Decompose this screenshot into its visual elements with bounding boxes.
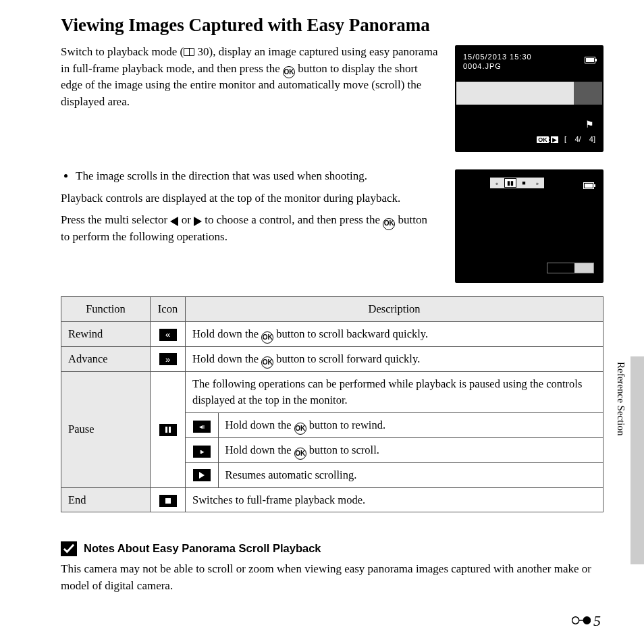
svg-point-0 [572, 617, 579, 624]
intro-paragraph: Switch to playback mode ( 30), display a… [61, 44, 439, 152]
reference-section-icon [572, 610, 591, 632]
notes-heading: Notes About Easy Panorama Scroll Playbac… [84, 541, 321, 557]
pause-intro: The following operations can be performe… [186, 372, 603, 412]
desc-advance: Hold down the OK button to scroll forwar… [186, 346, 603, 371]
play-icon [193, 469, 211, 481]
advance-icon [159, 353, 177, 365]
note-check-icon [61, 541, 77, 556]
frame-total: 4] [589, 135, 595, 143]
table-header-description: Description [186, 297, 603, 322]
panorama-thumbnail [456, 82, 602, 105]
table-header-icon: Icon [151, 297, 186, 322]
screen-filename: 0004.JPG [463, 61, 532, 71]
stop-control-icon: ■ [518, 178, 530, 188]
battery-icon [583, 182, 594, 189]
fn-end: End [61, 487, 151, 512]
paragraph: Playback controls are displayed at the t… [61, 190, 439, 207]
panorama-flag-icon: ⚑ [585, 118, 594, 132]
step-forward-icon [193, 446, 211, 458]
left-arrow-icon [170, 217, 178, 226]
pause-control-icon: ▮▮ [504, 178, 516, 188]
ok-button-icon: OK [294, 423, 306, 435]
pause-icon [159, 424, 177, 436]
playback-control-bar: « ▮▮ ■ » [490, 178, 544, 188]
svg-point-1 [583, 617, 590, 624]
paragraph: Press the multi selector or to choose a … [61, 212, 439, 245]
bullet-item: The image scrolls in the direction that … [76, 168, 439, 185]
rewind-control-icon: « [491, 178, 503, 188]
controls-table: Function Icon Description Rewind Hold do… [61, 296, 603, 512]
bullet-list: The image scrolls in the direction that … [61, 168, 439, 185]
ok-button-icon: OK [261, 331, 273, 344]
stop-icon [159, 495, 177, 507]
manual-page-icon [184, 48, 194, 56]
screen-date: 15/05/2013 15:30 [463, 52, 532, 61]
ok-button-icon: OK [261, 356, 273, 369]
forward-control-icon: » [531, 178, 543, 188]
ok-badge: OK [537, 136, 549, 143]
battery-icon [585, 57, 595, 63]
section-side-label: Reference Section [613, 362, 628, 436]
play-badge: ▶ [551, 136, 558, 143]
fn-pause: Pause [61, 371, 151, 487]
fn-rewind: Rewind [61, 322, 151, 347]
fn-advance: Advance [61, 346, 151, 371]
step-back-icon [193, 421, 211, 433]
frame-current: 4/ [574, 135, 581, 143]
table-header-function: Function [61, 297, 151, 322]
pause-row-1: Hold down the OK button to rewind. [218, 412, 603, 437]
pause-row-2: Hold down the OK button to scroll. [218, 437, 603, 462]
ok-button-icon: OK [383, 218, 395, 230]
page-title: Viewing Images Captured with Easy Panora… [61, 12, 603, 38]
right-arrow-icon [194, 217, 202, 226]
page-number: 5 [572, 610, 601, 632]
pause-row-3: Resumes automatic scrolling. [218, 462, 603, 487]
section-edge-tab [630, 356, 644, 564]
ok-button-icon: OK [283, 66, 295, 78]
desc-rewind: Hold down the OK button to scroll backwa… [186, 322, 603, 347]
rewind-icon [159, 329, 177, 341]
notes-body: This camera may not be able to scroll or… [61, 561, 603, 594]
desc-end: Switches to full-frame playback mode. [186, 487, 603, 512]
camera-screen-scrolling: « ▮▮ ■ » [455, 169, 603, 283]
camera-screen-playback: 15/05/2013 15:30 0004.JPG ⚑ OK:▶ [ 4/ 4] [455, 45, 603, 152]
scroll-progress-bar [547, 263, 594, 273]
ok-button-icon: OK [294, 448, 306, 460]
